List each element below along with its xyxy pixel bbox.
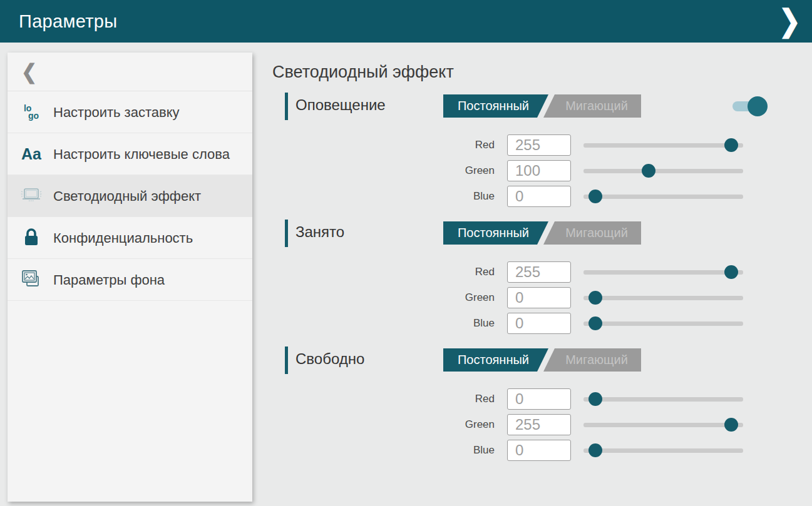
blue-value-input[interactable] [507,313,571,334]
mode-toggle-group: Постоянный Мигающий [443,94,641,118]
channel-row-green: Green [272,285,812,310]
led-screen-icon [19,186,44,206]
slider-thumb[interactable] [642,164,655,178]
channel-row-red: Red [272,386,812,412]
blue-value-input[interactable] [507,440,571,461]
panel-title: Светодиодный эффект [272,63,812,82]
sidebar-item-background[interactable]: Параметры фона [8,259,252,301]
green-value-input[interactable] [507,414,571,435]
channel-label: Red [272,266,495,278]
slider-thumb[interactable] [588,316,602,330]
page-title: Параметры [0,11,117,32]
switch-knob [748,96,768,116]
notification-led-switch[interactable] [732,96,766,116]
slider-track [583,423,743,427]
mode-blinking-button[interactable]: Мигающий [543,348,641,372]
slider-track [583,397,743,402]
channel-label: Green [272,291,495,304]
sidebar-item-label: Настроить ключевые слова [53,146,230,163]
slider-track [583,195,743,199]
channel-row-red: Red [272,259,812,285]
slider-thumb[interactable] [588,392,602,406]
section-label: Занято [296,223,344,241]
section-accent-bar [285,220,288,247]
logo-icon: logo [19,104,44,119]
section-accent-bar [285,93,288,120]
section-notification: Оповещение Постоянный Мигающий Red Green [272,93,812,209]
slider-thumb[interactable] [724,138,738,152]
app-header: Параметры ❯ [0,0,812,43]
green-value-input[interactable] [507,287,571,308]
channel-label: Red [272,139,495,151]
green-slider[interactable] [583,418,743,432]
mode-constant-button[interactable]: Постоянный [443,94,548,118]
mode-toggle-group: Постоянный Мигающий [443,348,641,372]
slider-track [583,270,743,275]
sidebar-item-privacy[interactable]: Конфиденциальность [8,217,252,259]
channel-row-blue: Blue [272,310,812,336]
channel-label: Blue [272,317,495,330]
sidebar-item-label: Конфиденциальность [53,230,193,246]
red-slider[interactable] [583,265,743,279]
sidebar-item-keywords[interactable]: Aa Настроить ключевые слова [8,133,252,175]
slider-track [583,448,743,453]
channel-row-blue: Blue [272,183,812,209]
slider-thumb[interactable] [588,443,602,457]
background-images-icon [19,269,44,290]
channel-label: Green [272,164,495,177]
collapse-forward-icon[interactable]: ❯ [768,0,812,46]
back-chevron-icon: ❮ [21,59,37,84]
sidebar-item-label: Параметры фона [53,271,165,288]
keywords-aa-icon: Aa [19,145,44,163]
slider-thumb[interactable] [724,265,738,279]
slider-thumb[interactable] [588,190,602,203]
green-slider[interactable] [583,291,743,305]
section-free: Свободно Постоянный Мигающий Red Green [272,347,812,463]
channel-row-green: Green [272,158,812,183]
red-value-input[interactable] [507,134,571,156]
section-accent-bar [285,347,288,374]
mode-constant-button[interactable]: Постоянный [443,221,548,245]
slider-thumb[interactable] [588,291,602,305]
red-slider[interactable] [583,138,743,152]
slider-track [583,169,743,173]
settings-sidebar: ❮ logo Настроить заставку Aa Настроить к… [8,53,252,502]
channel-label: Blue [272,444,495,457]
section-label: Свободно [296,350,364,368]
channel-row-green: Green [272,412,812,437]
blue-slider[interactable] [583,443,743,457]
sidebar-item-led-effect[interactable]: Светодиодный эффект [8,175,252,217]
mode-toggle-group: Постоянный Мигающий [443,221,641,245]
green-slider[interactable] [583,164,743,178]
channel-label: Red [272,393,495,405]
channel-row-blue: Blue [272,437,812,463]
channel-row-red: Red [272,132,812,158]
sidebar-item-label: Светодиодный эффект [53,188,201,205]
slider-track [583,321,743,326]
lock-icon [19,227,44,248]
sidebar-back-button[interactable]: ❮ [8,53,252,91]
section-label: Оповещение [296,96,386,114]
mode-constant-button[interactable]: Постоянный [443,348,548,372]
red-value-input[interactable] [507,388,571,410]
mode-blinking-button[interactable]: Мигающий [543,94,641,118]
slider-track [583,143,743,148]
blue-slider[interactable] [583,190,743,203]
slider-thumb[interactable] [724,418,738,432]
blue-slider[interactable] [583,316,743,330]
red-value-input[interactable] [507,261,571,283]
sidebar-item-label: Настроить заставку [53,104,180,121]
slider-track [583,296,743,300]
section-busy: Занято Постоянный Мигающий Red Green [272,220,812,336]
mode-blinking-button[interactable]: Мигающий [543,221,641,245]
channel-label: Green [272,418,495,431]
green-value-input[interactable] [507,160,571,181]
red-slider[interactable] [583,392,743,406]
sidebar-item-screensaver[interactable]: logo Настроить заставку [8,91,252,133]
channel-label: Blue [272,190,495,203]
led-effect-panel: Светодиодный эффект Оповещение Постоянны… [272,43,812,506]
blue-value-input[interactable] [507,186,571,207]
